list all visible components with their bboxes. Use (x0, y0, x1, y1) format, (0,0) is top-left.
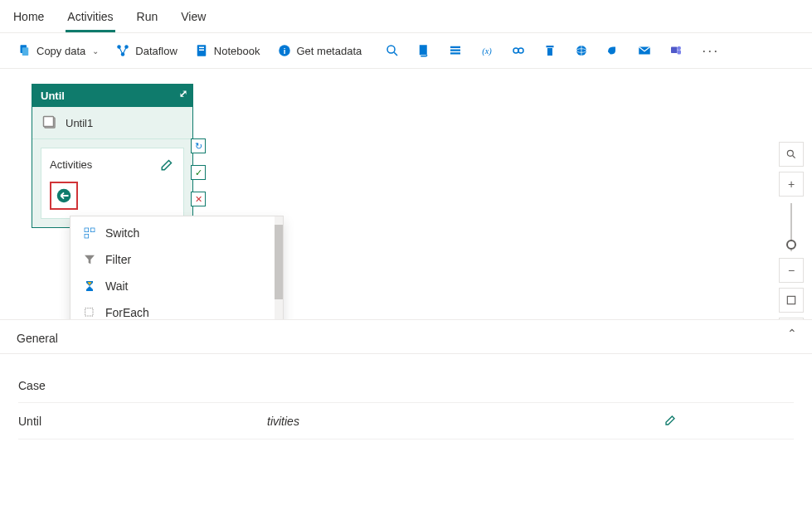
status-running-icon[interactable]: ↻ (191, 138, 206, 153)
globe-icon (574, 43, 589, 58)
tab-view[interactable]: View (179, 7, 207, 32)
search-button[interactable] (380, 40, 405, 61)
foreach-icon (82, 305, 97, 319)
svg-text:(x): (x) (482, 46, 492, 56)
svg-point-18 (518, 48, 523, 53)
edit-activities-button[interactable] (160, 157, 175, 172)
svg-rect-13 (450, 46, 460, 48)
activities-label: Activities (50, 158, 92, 171)
svg-rect-20 (547, 48, 552, 56)
lookup-icon (511, 43, 526, 58)
copy-data-icon (17, 43, 32, 58)
copy-data-label: Copy data (36, 45, 85, 57)
status-success-icon[interactable]: ✓ (191, 165, 206, 180)
dd-foreach[interactable]: ForEach (71, 299, 283, 319)
zoom-slider-handle[interactable] (786, 240, 796, 250)
get-metadata-label: Get metadata (297, 45, 362, 57)
tab-home[interactable]: Home (12, 7, 46, 32)
mail-icon (637, 43, 652, 58)
svg-rect-31 (85, 228, 89, 232)
fit-screen-button[interactable] (779, 288, 804, 313)
svg-line-44 (793, 156, 795, 158)
svg-rect-29 (44, 117, 54, 127)
delete-icon (542, 43, 557, 58)
until-card-header: Until ⤢ (32, 85, 192, 107)
teams-button[interactable] (664, 40, 688, 61)
activity-picker-dropdown: Switch Filter Wait ForEach Until (x) Set… (70, 216, 284, 319)
prop-edit-button[interactable] (664, 413, 794, 429)
prop-activities-value: tivities (267, 415, 664, 428)
list-button[interactable] (443, 40, 468, 61)
dd-filter-label: Filter (105, 253, 131, 266)
canvas-search-button[interactable] (779, 142, 804, 167)
info-icon: i (277, 43, 292, 58)
props-collapse-button[interactable]: ⌃ (787, 327, 797, 340)
expand-icon[interactable]: ⤢ (179, 88, 187, 100)
inner-activity-highlighted[interactable] (50, 182, 78, 210)
zoom-slider[interactable] (790, 203, 792, 251)
script-button[interactable] (411, 40, 436, 61)
more-button[interactable]: ··· (695, 42, 726, 60)
notebook-icon (194, 43, 209, 58)
lookup-button[interactable] (506, 40, 531, 61)
variable-button[interactable]: (x) (474, 40, 499, 61)
until-name-label: Until1 (66, 117, 93, 129)
svg-rect-12 (420, 45, 427, 55)
activities-box: Activities (41, 148, 184, 219)
until-activity-card[interactable]: Until ⤢ Until1 Activities (32, 84, 193, 228)
dataflow-label: Dataflow (135, 45, 177, 57)
svg-rect-27 (678, 50, 682, 54)
tab-run[interactable]: Run (135, 7, 160, 32)
chevron-down-icon: ⌄ (92, 46, 99, 56)
script-icon (416, 43, 431, 58)
svg-rect-19 (547, 46, 554, 47)
svg-rect-14 (450, 50, 460, 51)
dd-filter[interactable]: Filter (71, 246, 283, 273)
svg-point-26 (678, 46, 682, 51)
dd-switch[interactable]: Switch (71, 220, 283, 246)
svg-rect-15 (450, 52, 460, 54)
webhook-icon (605, 43, 620, 58)
copy-data-button[interactable]: Copy data ⌄ (12, 40, 104, 61)
dropdown-scroll-thumb[interactable] (275, 225, 283, 299)
dataflow-button[interactable]: Dataflow (110, 40, 182, 61)
prop-case-label: Case (18, 379, 267, 392)
prop-until-label: Until (18, 415, 267, 428)
dropdown-scrollbar[interactable] (275, 216, 283, 319)
svg-rect-34 (85, 308, 93, 316)
webhook-button[interactable] (600, 40, 625, 61)
svg-rect-33 (85, 234, 89, 238)
status-fail-icon[interactable]: ✕ (191, 192, 206, 206)
delete-button[interactable] (537, 40, 562, 61)
minimap-button[interactable] (779, 318, 804, 319)
props-tab-general[interactable]: General (15, 327, 60, 353)
svg-rect-25 (671, 47, 678, 54)
variable-icon: (x) (479, 43, 494, 58)
zoom-in-button[interactable]: + (779, 172, 804, 197)
tab-activities[interactable]: Activities (66, 7, 114, 32)
dd-switch-label: Switch (105, 226, 139, 240)
teams-icon (669, 43, 683, 58)
svg-rect-1 (22, 47, 29, 56)
dd-foreach-label: ForEach (105, 306, 149, 319)
dd-wait[interactable]: Wait (71, 273, 283, 299)
loop-icon (42, 115, 57, 130)
svg-point-10 (387, 46, 395, 53)
list-icon (448, 43, 463, 58)
search-icon (385, 43, 400, 58)
get-metadata-button[interactable]: i Get metadata (272, 40, 367, 61)
svg-point-43 (787, 150, 793, 156)
notebook-button[interactable]: Notebook (189, 40, 265, 61)
zoom-out-button[interactable]: − (779, 258, 804, 283)
pipeline-canvas[interactable]: Until ⤢ Until1 Activities (0, 69, 812, 319)
notebook-label: Notebook (214, 45, 260, 57)
web-button[interactable] (569, 40, 594, 61)
dataflow-icon (115, 43, 130, 58)
svg-rect-6 (199, 47, 204, 49)
svg-point-17 (513, 48, 518, 53)
svg-rect-7 (199, 50, 204, 51)
until-header-label: Until (41, 90, 65, 102)
dd-wait-label: Wait (105, 279, 128, 293)
mail-button[interactable] (632, 40, 657, 61)
svg-rect-32 (90, 228, 95, 232)
